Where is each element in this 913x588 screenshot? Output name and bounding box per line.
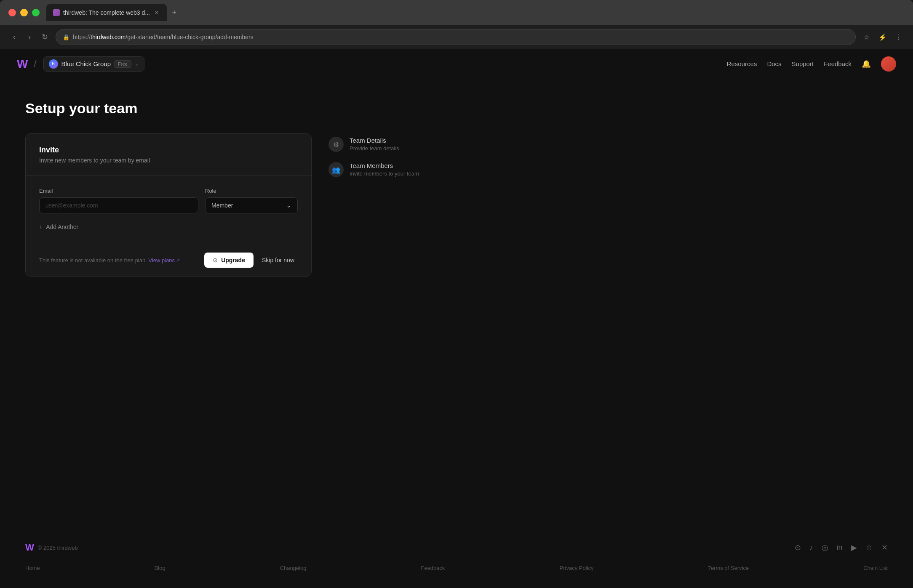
form-row: Email Role Member ⌄ — [39, 188, 298, 213]
team-selector[interactable]: B Blue Chick Group Free ⌄ — [43, 56, 144, 72]
app-footer: W © 2025 thirdweb ⊙ ♪ ◎ in ▶ ☺ ✕ Home Bl… — [0, 525, 913, 588]
tiktok-icon[interactable]: ♪ — [809, 543, 813, 552]
minimize-window-button[interactable] — [20, 9, 28, 16]
github-icon[interactable]: ⊙ — [795, 543, 801, 552]
feedback-link[interactable]: Feedback — [824, 60, 852, 67]
resources-link[interactable]: Resources — [727, 60, 757, 67]
step-team-members: 👥 Team Members Invite members to your te… — [328, 162, 419, 177]
tab-bar: thirdweb: The complete web3 d... ✕ + — [46, 4, 905, 21]
plan-badge: Free — [114, 60, 131, 68]
youtube-icon[interactable]: ▶ — [851, 543, 857, 552]
docs-link[interactable]: Docs — [767, 60, 781, 67]
back-button[interactable]: ‹ — [8, 31, 20, 43]
upgrade-label: Upgrade — [221, 257, 245, 263]
role-group: Role Member ⌄ — [205, 188, 298, 213]
support-link[interactable]: Support — [792, 60, 814, 67]
footer-feedback-link[interactable]: Feedback — [421, 565, 445, 571]
maximize-window-button[interactable] — [32, 9, 40, 16]
invite-header: Invite Invite new members to your team b… — [26, 134, 311, 176]
external-link-icon: ↗ — [176, 258, 180, 263]
steps-sidebar: ⚙ Team Details Provide team details 👥 — [328, 133, 419, 177]
invite-title: Invite — [39, 146, 298, 154]
select-chevron-icon: ⌄ — [286, 202, 291, 209]
team-icon: B — [49, 59, 58, 69]
role-select[interactable]: Member ⌄ — [205, 197, 298, 213]
page-title: Setup your team — [25, 100, 888, 117]
gear-icon: ⚙ — [333, 141, 339, 149]
active-tab[interactable]: thirdweb: The complete web3 d... ✕ — [46, 4, 167, 21]
footer-links: Home Blog Changelog Feedback Privacy Pol… — [25, 565, 888, 571]
email-label: Email — [39, 188, 198, 194]
new-tab-button[interactable]: + — [168, 7, 180, 19]
title-bar: thirdweb: The complete web3 d... ✕ + — [0, 0, 913, 25]
logo[interactable]: W — [17, 57, 27, 71]
upgrade-button[interactable]: ⊙ Upgrade — [204, 253, 254, 268]
url-text: https://https://thirdweb.comthirdweb.com… — [73, 34, 849, 40]
footer-top: W © 2025 thirdweb ⊙ ♪ ◎ in ▶ ☺ ✕ — [25, 542, 888, 553]
email-group: Email — [39, 188, 198, 213]
lock-icon: 🔒 — [63, 34, 69, 40]
view-plans-label: View plans — [148, 257, 175, 263]
footer-copyright: © 2025 thirdweb — [38, 545, 78, 551]
linkedin-icon[interactable]: in — [837, 543, 843, 552]
add-another-label: Add Another — [46, 223, 78, 230]
step-2-icon-wrap: 👥 — [328, 162, 344, 177]
people-icon: 👥 — [332, 166, 340, 174]
footer-social: ⊙ ♪ ◎ in ▶ ☺ ✕ — [795, 543, 888, 552]
menu-icon[interactable]: ⋮ — [893, 31, 905, 43]
skip-button[interactable]: Skip for now — [259, 253, 298, 268]
browser-actions: ☆ ⚡ ⋮ — [861, 31, 905, 43]
twitter-x-icon[interactable]: ✕ — [881, 543, 888, 552]
footer-notice: This feature is not available on the fre… — [39, 257, 180, 263]
tab-favicon — [53, 9, 60, 16]
user-avatar[interactable] — [881, 56, 896, 72]
step-team-details: ⚙ Team Details Provide team details — [328, 137, 419, 152]
emoji-icon[interactable]: ☺ — [865, 543, 873, 552]
url-bar[interactable]: 🔒 https://https://thirdweb.comthirdweb.c… — [56, 29, 856, 45]
invite-card: Invite Invite new members to your team b… — [25, 133, 312, 277]
invite-footer: This feature is not available on the fre… — [26, 244, 311, 276]
notifications-icon[interactable]: 🔔 — [862, 59, 871, 69]
role-value: Member — [211, 202, 233, 209]
logo-text: W — [17, 57, 27, 71]
step-1-name: Team Details — [350, 137, 399, 144]
reload-button[interactable]: ↻ — [39, 31, 51, 43]
instagram-icon[interactable]: ◎ — [822, 543, 828, 552]
tab-close-button[interactable]: ✕ — [153, 9, 160, 16]
address-bar: ‹ › ↻ 🔒 https://https://thirdweb.comthir… — [0, 25, 913, 49]
step-1-info: Team Details Provide team details — [350, 137, 399, 152]
footer-actions: ⊙ Upgrade Skip for now — [204, 253, 298, 268]
top-navbar: W / B Blue Chick Group Free ⌄ Resources … — [0, 49, 913, 79]
add-another-button[interactable]: + Add Another — [39, 222, 298, 232]
chevron-down-icon: ⌄ — [135, 61, 139, 67]
breadcrumb-separator: / — [34, 59, 36, 69]
tab-title: thirdweb: The complete web3 d... — [63, 9, 150, 16]
plus-icon: + — [39, 223, 43, 230]
app-content: W / B Blue Chick Group Free ⌄ Resources … — [0, 49, 913, 588]
navbar-right: Resources Docs Support Feedback 🔔 — [727, 56, 896, 72]
main-content: Setup your team Invite Invite new member… — [0, 79, 913, 525]
footer-chain-list-link[interactable]: Chain List — [863, 565, 888, 571]
footer-home-link[interactable]: Home — [25, 565, 40, 571]
step-1-desc: Provide team details — [350, 145, 399, 152]
footer-blog-link[interactable]: Blog — [155, 565, 166, 571]
footer-logo: W — [25, 542, 34, 553]
team-name: Blue Chick Group — [61, 60, 111, 67]
invite-subtitle: Invite new members to your team by email — [39, 157, 298, 164]
notice-text: This feature is not available on the fre… — [39, 257, 147, 263]
footer-changelog-link[interactable]: Changelog — [280, 565, 307, 571]
nav-buttons: ‹ › ↻ — [8, 31, 51, 43]
email-input[interactable] — [39, 197, 198, 213]
view-plans-link[interactable]: View plans ↗ — [148, 257, 180, 263]
step-2-name: Team Members — [350, 162, 419, 169]
step-2-info: Team Members Invite members to your team — [350, 162, 419, 177]
traffic-lights — [8, 9, 40, 16]
close-window-button[interactable] — [8, 9, 16, 16]
invite-body: Email Role Member ⌄ — [26, 176, 311, 244]
extensions-icon[interactable]: ⚡ — [877, 31, 889, 43]
page-area: Setup your team Invite Invite new member… — [0, 79, 913, 525]
forward-button[interactable]: › — [24, 31, 35, 43]
footer-terms-link[interactable]: Terms of Service — [708, 565, 749, 571]
footer-privacy-link[interactable]: Privacy Policy — [560, 565, 594, 571]
bookmark-icon[interactable]: ☆ — [861, 31, 873, 43]
